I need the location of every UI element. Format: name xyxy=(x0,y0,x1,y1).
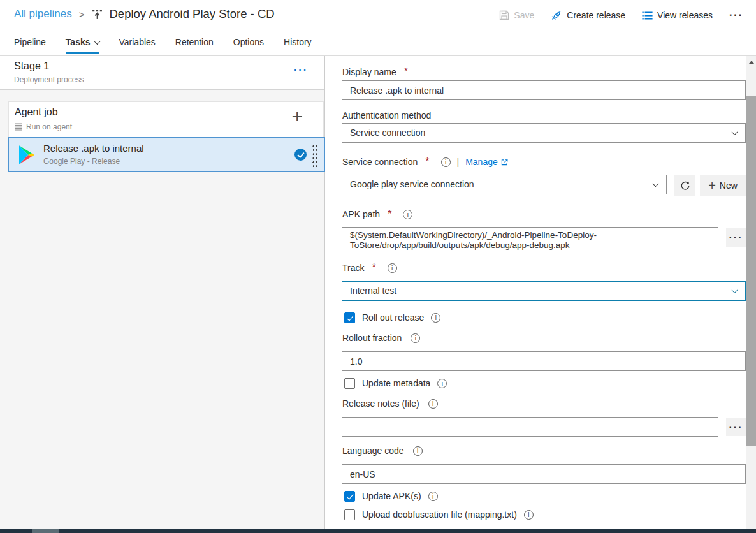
chevron-down-icon xyxy=(732,287,738,293)
release-pipeline-icon xyxy=(92,9,103,20)
view-releases-label: View releases xyxy=(657,10,713,20)
language-code-input[interactable] xyxy=(342,464,746,484)
required-marker: * xyxy=(404,66,408,78)
auth-method-label-row: Authentication method xyxy=(342,110,431,121)
info-icon[interactable]: i xyxy=(403,210,412,219)
service-connection-label: Service connection xyxy=(342,157,418,167)
display-name-input[interactable] xyxy=(342,80,746,100)
scroll-up-arrow[interactable] xyxy=(749,61,754,64)
chevron-down-icon xyxy=(732,129,738,135)
agent-job-subtitle: Run on agent xyxy=(26,122,72,131)
roll-out-release-row: Roll out release i xyxy=(344,312,440,323)
tab-options[interactable]: Options xyxy=(233,37,264,54)
info-icon[interactable]: i xyxy=(431,313,440,323)
track-select[interactable]: Internal test xyxy=(342,281,746,301)
stage-more-button[interactable]: ··· xyxy=(294,65,308,75)
horizontal-scrollbar-thumb[interactable] xyxy=(32,529,59,533)
info-icon[interactable]: i xyxy=(428,492,438,501)
breadcrumb: All pipelines > Deploy Android Play Stor… xyxy=(14,7,275,21)
rollout-fraction-label: Rollout fraction xyxy=(342,333,402,343)
update-metadata-label: Update metadata xyxy=(362,378,430,388)
upload-deobfuscation-row: Upload deobfuscation file (mapping.txt) … xyxy=(344,509,534,520)
release-notes-browse-button[interactable]: ··· xyxy=(726,418,746,436)
release-notes-input[interactable] xyxy=(342,417,718,437)
roll-out-release-checkbox[interactable] xyxy=(344,312,355,323)
language-code-label-row: Language code i xyxy=(342,445,423,456)
breadcrumb-separator: > xyxy=(79,9,85,20)
ellipsis-icon: ··· xyxy=(729,422,743,432)
track-value: Internal test xyxy=(350,286,396,296)
apk-path-input[interactable]: $(System.DefaultWorkingDirectory)/_Andro… xyxy=(342,227,718,254)
new-service-connection-button[interactable]: + New xyxy=(700,175,746,196)
google-play-icon xyxy=(17,145,37,165)
refresh-icon xyxy=(680,180,690,191)
vertical-scrollbar[interactable] xyxy=(746,56,756,529)
required-marker: * xyxy=(372,262,375,274)
service-connection-value: Google play service connection xyxy=(350,179,474,189)
task-subtitle: Google Play - Release xyxy=(43,157,120,166)
add-task-button[interactable]: + xyxy=(291,107,303,126)
info-icon[interactable]: i xyxy=(428,399,438,409)
rocket-icon xyxy=(551,10,562,21)
update-apks-row: Update APK(s) i xyxy=(344,490,438,502)
agent-job-title: Agent job xyxy=(15,106,58,118)
tab-variables[interactable]: Variables xyxy=(119,37,156,54)
auth-method-value: Service connection xyxy=(350,128,425,138)
info-icon[interactable]: i xyxy=(524,510,534,520)
display-name-label-row: Display name* xyxy=(342,66,408,78)
info-icon[interactable]: i xyxy=(437,379,447,388)
vertical-scrollbar-thumb[interactable] xyxy=(746,96,756,446)
release-notes-label-row: Release notes (file) i xyxy=(342,398,438,409)
agent-job-card: Agent job Run on agent + Re xyxy=(8,101,324,172)
task-settings-form: Display name* Authentication method Serv… xyxy=(326,56,746,529)
required-marker: * xyxy=(388,208,391,220)
tab-pipeline[interactable]: Pipeline xyxy=(14,37,46,54)
task-item-release-apk[interactable]: Release .apk to internal Google Play - R… xyxy=(8,137,325,172)
breadcrumb-all-pipelines-link[interactable]: All pipelines xyxy=(14,8,72,20)
info-icon[interactable]: i xyxy=(388,263,397,273)
update-metadata-checkbox[interactable] xyxy=(344,378,355,389)
tab-history[interactable]: History xyxy=(284,37,312,54)
apk-path-browse-button[interactable]: ··· xyxy=(726,228,746,247)
refresh-button[interactable] xyxy=(674,175,695,196)
upload-deobfuscation-checkbox[interactable] xyxy=(344,509,355,520)
update-apks-label: Update APK(s) xyxy=(362,491,421,501)
auth-method-label: Authentication method xyxy=(342,110,431,120)
language-code-label: Language code xyxy=(342,446,404,456)
header-more-button[interactable]: ··· xyxy=(729,10,743,20)
manage-label: Manage xyxy=(465,157,498,167)
save-button[interactable]: Save xyxy=(499,10,534,20)
track-label: Track xyxy=(342,263,364,273)
save-label: Save xyxy=(514,10,534,20)
chevron-down-icon xyxy=(653,180,659,187)
plus-icon: + xyxy=(708,179,716,192)
manage-link[interactable]: Manage xyxy=(465,157,508,167)
task-drag-handle[interactable] xyxy=(311,143,318,167)
stage-title: Stage 1 xyxy=(14,61,49,72)
info-icon[interactable]: i xyxy=(411,333,420,343)
update-apks-checkbox[interactable] xyxy=(344,491,355,502)
list-icon xyxy=(642,11,653,20)
create-release-button[interactable]: Create release xyxy=(551,10,625,21)
rollout-fraction-label-row: Rollout fraction i xyxy=(342,332,420,344)
view-releases-button[interactable]: View releases xyxy=(642,10,713,20)
release-notes-label: Release notes (file) xyxy=(342,398,419,409)
external-link-icon xyxy=(501,159,508,166)
separator: | xyxy=(457,157,460,167)
roll-out-release-label: Roll out release xyxy=(362,312,424,323)
upload-deobfuscation-label: Upload deobfuscation file (mapping.txt) xyxy=(362,509,517,520)
rollout-fraction-input[interactable] xyxy=(342,351,746,371)
task-title: Release .apk to internal xyxy=(43,143,144,154)
bottom-bar xyxy=(0,529,756,533)
auth-method-select[interactable]: Service connection xyxy=(342,123,746,143)
apk-path-label: APK path xyxy=(342,209,380,219)
header-actions: Save Create release xyxy=(499,10,743,21)
agent-icon xyxy=(15,123,22,131)
info-icon[interactable]: i xyxy=(413,446,423,456)
app-header: All pipelines > Deploy Android Play Stor… xyxy=(0,0,756,33)
tab-tasks[interactable]: Tasks xyxy=(66,37,99,54)
tab-retention[interactable]: Retention xyxy=(175,37,214,54)
create-release-label: Create release xyxy=(567,10,625,20)
info-icon[interactable]: i xyxy=(441,157,451,167)
service-connection-select[interactable]: Google play service connection xyxy=(342,175,667,194)
